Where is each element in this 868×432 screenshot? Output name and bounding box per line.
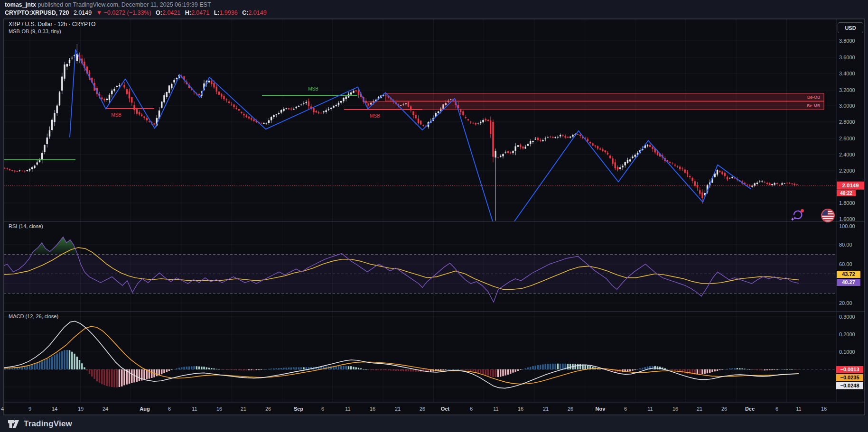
svg-text:2.8000: 2.8000 bbox=[839, 119, 855, 125]
svg-text:6: 6 bbox=[775, 406, 778, 412]
svg-text:Nov: Nov bbox=[596, 406, 606, 412]
svg-text:Aug: Aug bbox=[140, 406, 149, 412]
svg-text:6: 6 bbox=[624, 406, 627, 412]
footer: TradingView bbox=[0, 416, 868, 432]
svg-text:11: 11 bbox=[647, 406, 653, 412]
svg-text:16: 16 bbox=[216, 406, 222, 412]
svg-text:3.2000: 3.2000 bbox=[839, 87, 855, 93]
svg-text:6: 6 bbox=[321, 406, 324, 412]
svg-text:−0.0248: −0.0248 bbox=[840, 383, 859, 388]
svg-text:0.2000: 0.2000 bbox=[839, 331, 855, 337]
svg-text:2.2000: 2.2000 bbox=[839, 168, 855, 174]
svg-text:0.1000: 0.1000 bbox=[839, 349, 855, 355]
svg-text:3.8000: 3.8000 bbox=[839, 38, 855, 44]
svg-text:14: 14 bbox=[52, 406, 57, 412]
svg-text:80.00: 80.00 bbox=[839, 242, 852, 248]
svg-text:19: 19 bbox=[78, 406, 84, 412]
svg-text:Dec: Dec bbox=[745, 406, 755, 412]
svg-text:16: 16 bbox=[370, 406, 375, 412]
msb-red-label: MSB bbox=[370, 113, 380, 119]
msb-green-label: MSB bbox=[308, 86, 318, 92]
currency-toggle-button[interactable]: USD bbox=[838, 22, 863, 33]
svg-text:−0.0013: −0.0013 bbox=[840, 367, 859, 372]
svg-text:Oct: Oct bbox=[441, 406, 450, 412]
indicator-legend-rsi[interactable]: RSI (14, close) bbox=[9, 223, 43, 229]
svg-text:40.27: 40.27 bbox=[842, 279, 855, 285]
svg-text:21: 21 bbox=[697, 406, 702, 412]
svg-text:6: 6 bbox=[168, 406, 171, 412]
svg-text:21: 21 bbox=[543, 406, 549, 412]
indicator-legend-macd[interactable]: MACD (12, 26, close) bbox=[9, 313, 58, 319]
tradingview-brand-text[interactable]: TradingView bbox=[24, 419, 72, 429]
svg-text:2.4000: 2.4000 bbox=[839, 152, 855, 157]
svg-text:1.8000: 1.8000 bbox=[839, 200, 855, 206]
svg-text:26: 26 bbox=[721, 406, 727, 412]
svg-text:2.6000: 2.6000 bbox=[839, 136, 855, 141]
svg-text:26: 26 bbox=[265, 406, 271, 412]
svg-text:43.72: 43.72 bbox=[842, 271, 855, 277]
svg-text:11: 11 bbox=[796, 406, 801, 412]
svg-text:26: 26 bbox=[420, 406, 425, 412]
order-block-box[interactable] bbox=[385, 93, 824, 101]
svg-text:0.3000: 0.3000 bbox=[839, 314, 855, 320]
indicator-legend-msb-ob[interactable]: MSB-OB (9, 0.33, tiny) bbox=[9, 28, 61, 34]
svg-text:9: 9 bbox=[28, 406, 31, 412]
order-block-label: Be-OB bbox=[807, 95, 820, 100]
svg-text:16: 16 bbox=[518, 406, 523, 412]
order-block-box[interactable] bbox=[368, 101, 824, 110]
order-block-label: Be-MB bbox=[807, 103, 820, 108]
svg-text:40:22: 40:22 bbox=[840, 191, 852, 196]
svg-text:3.4000: 3.4000 bbox=[839, 71, 855, 76]
tradingview-logo-icon[interactable] bbox=[8, 419, 19, 429]
us-flag-icon[interactable] bbox=[821, 209, 835, 222]
svg-text:11: 11 bbox=[192, 406, 197, 412]
svg-text:20.00: 20.00 bbox=[839, 300, 852, 306]
svg-text:2.0149: 2.0149 bbox=[842, 183, 859, 188]
ai-refresh-icon[interactable] bbox=[790, 207, 806, 222]
svg-text:21: 21 bbox=[241, 406, 246, 412]
flag-canton bbox=[822, 210, 828, 215]
svg-text:6: 6 bbox=[470, 406, 473, 412]
svg-text:4: 4 bbox=[1, 406, 4, 412]
svg-text:3.6000: 3.6000 bbox=[839, 55, 855, 60]
svg-text:11: 11 bbox=[345, 406, 350, 412]
svg-text:16: 16 bbox=[672, 406, 678, 412]
svg-text:3.0000: 3.0000 bbox=[839, 103, 855, 109]
svg-text:60.00: 60.00 bbox=[839, 261, 852, 267]
svg-text:100.00: 100.00 bbox=[839, 223, 855, 229]
svg-text:Sep: Sep bbox=[294, 406, 303, 412]
svg-text:1.6000: 1.6000 bbox=[839, 216, 855, 222]
svg-text:24: 24 bbox=[103, 406, 108, 412]
svg-text:16: 16 bbox=[821, 406, 827, 412]
svg-text:26: 26 bbox=[568, 406, 573, 412]
svg-text:11: 11 bbox=[493, 406, 498, 412]
chart-frame bbox=[4, 19, 865, 415]
chart-canvas[interactable]: Be-OBBe-MBMSBMSBMSB3.80003.60003.40003.2… bbox=[0, 0, 868, 432]
tradingview-published-chart: tomas_jntx published on TradingView.com,… bbox=[0, 0, 868, 432]
svg-text:21: 21 bbox=[395, 406, 401, 412]
msb-red-label: MSB bbox=[111, 112, 121, 118]
svg-text:−0.0235: −0.0235 bbox=[840, 375, 859, 380]
chart-title-legend[interactable]: XRP / U.S. Dollar · 12h · CRYPTO bbox=[9, 21, 95, 28]
